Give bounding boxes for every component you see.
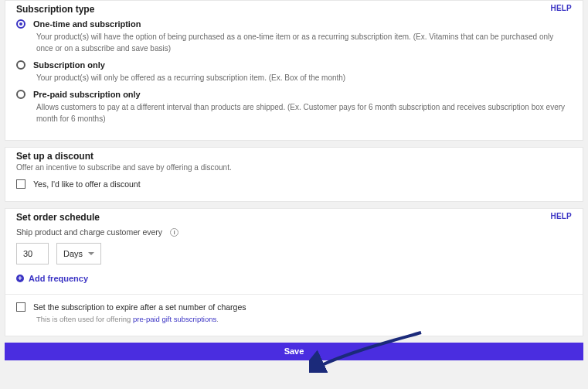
card-header: Subscription type HELP [16,4,572,15]
expire-desc: This is often used for offering pre-paid… [36,315,572,323]
card-header: Set order schedule HELP [16,212,572,223]
radio-icon[interactable] [16,60,25,70]
help-link[interactable]: HELP [551,212,572,220]
radio-desc: Your product(s) will have the option of … [36,31,572,54]
add-frequency-button[interactable]: + Add frequency [16,274,572,283]
radio-label: One-time and subscription [33,19,141,29]
discount-checkbox-row[interactable]: Yes, I'd like to offer a discount [16,179,572,189]
save-button[interactable]: Save [5,343,583,360]
info-icon[interactable]: i [170,228,178,237]
subscription-type-title: Subscription type [16,4,94,15]
discount-title: Set up a discount [16,151,572,162]
schedule-field-row: 30 Days [16,243,572,264]
expire-checkbox-label: Set the subscription to expire after a s… [33,302,246,312]
radio-icon[interactable] [16,90,25,99]
subscription-type-card: Subscription type HELP One-time and subs… [5,0,583,141]
interval-unit-value: Days [63,249,83,258]
plus-circle-icon: + [16,275,24,282]
discount-desc: Offer an incentive to subscribe and save… [16,163,572,172]
interval-value-input[interactable]: 30 [16,243,49,264]
radio-label: Subscription only [33,60,105,70]
radio-row-prepaid[interactable]: Pre-paid subscription only [16,90,572,99]
schedule-title: Set order schedule [16,212,100,223]
discount-card: Set up a discount Offer an incentive to … [5,147,583,202]
radio-desc: Allows customers to pay at a different i… [36,101,572,125]
radio-label: Pre-paid subscription only [33,90,141,99]
help-link[interactable]: HELP [551,4,572,12]
chevron-down-icon [88,252,94,255]
radio-desc: Your product(s) will only be offered as … [36,72,572,84]
schedule-label-text: Ship product and charge customer every [16,227,162,237]
schedule-label-row: Ship product and charge customer every i [16,227,572,237]
expire-desc-prefix: This is often used for offering [36,315,133,323]
interval-unit-select[interactable]: Days [56,243,101,264]
discount-checkbox-label: Yes, I'd like to offer a discount [33,179,141,189]
radio-row-subscription-only[interactable]: Subscription only [16,60,572,70]
checkbox-icon[interactable] [16,179,25,189]
checkbox-icon[interactable] [16,302,25,312]
order-schedule-card: Set order schedule HELP Ship product and… [5,208,583,336]
add-frequency-label: Add frequency [29,274,88,283]
expire-desc-link[interactable]: pre-paid gift subscriptions [133,315,216,323]
expire-checkbox-row[interactable]: Set the subscription to expire after a s… [16,302,572,312]
radio-row-one-time[interactable]: One-time and subscription [16,19,572,29]
radio-icon[interactable] [16,19,25,29]
expire-desc-suffix: . [216,315,219,323]
divider [5,294,583,295]
